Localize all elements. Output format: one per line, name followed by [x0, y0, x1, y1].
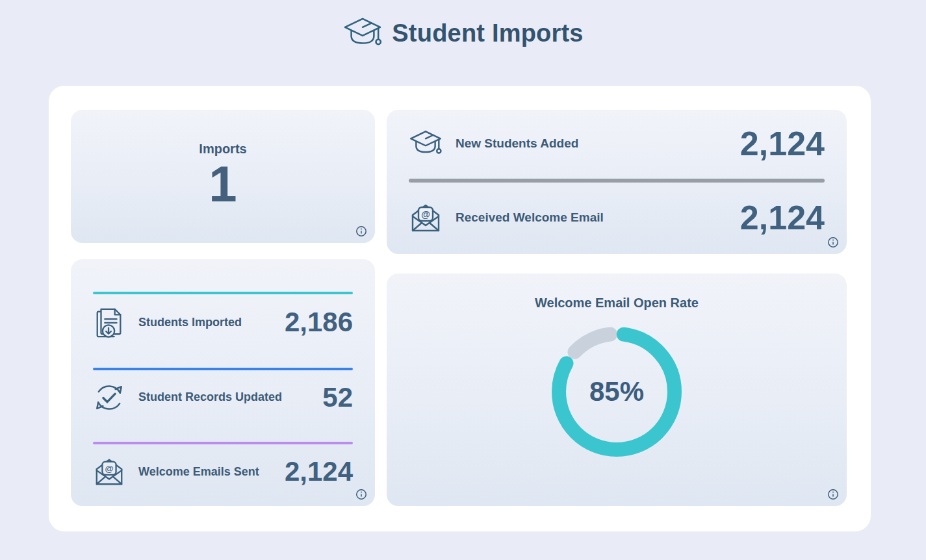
accent-line — [93, 442, 353, 444]
stat-value: 52 — [322, 384, 353, 411]
new-students-card: New Students Added 2,124 @ Received Welc… — [387, 110, 847, 254]
metric-row-new-students: New Students Added 2,124 — [409, 127, 825, 160]
envelope-at-icon: @ — [409, 201, 443, 235]
info-icon[interactable] — [355, 225, 367, 237]
page-title: Student Imports — [392, 19, 583, 47]
stat-row-students-imported: Students Imported 2,186 — [93, 292, 353, 339]
open-rate-donut-chart: 85% — [548, 324, 685, 460]
stat-value: 2,186 — [285, 309, 353, 336]
envelope-at-icon: @ — [93, 455, 125, 488]
graduation-cap-icon — [342, 14, 383, 52]
stat-row-records-updated: Student Records Updated 52 — [93, 368, 353, 414]
info-icon[interactable] — [827, 489, 839, 500]
metric-value: 2,124 — [740, 127, 825, 160]
open-rate-card: Welcome Email Open Rate 85% — [387, 274, 847, 506]
stat-label: Welcome Emails Sent — [138, 465, 259, 479]
open-rate-title: Welcome Email Open Rate — [387, 296, 847, 311]
svg-text:@: @ — [421, 209, 430, 220]
imports-value: 1 — [209, 158, 237, 211]
graduation-cap-icon — [409, 127, 443, 160]
metric-row-welcome-email: @ Received Welcome Email 2,124 — [409, 201, 825, 235]
divider — [409, 179, 825, 183]
student-imports-dashboard: { "header": { "title": "Student Imports"… — [0, 0, 926, 560]
import-stats-card: Students Imported 2,186 Student Records … — [71, 259, 375, 506]
page-header: Student Imports — [0, 14, 926, 52]
accent-line — [93, 292, 353, 294]
document-download-icon — [93, 305, 125, 339]
dashboard-panel: Imports 1 New Students Added 2, — [49, 86, 871, 531]
metric-label: Received Welcome Email — [456, 210, 604, 225]
sync-check-icon — [93, 381, 125, 414]
stat-label: Students Imported — [138, 316, 242, 329]
stat-value: 2,124 — [285, 458, 353, 485]
svg-text:@: @ — [105, 464, 113, 474]
accent-line — [93, 368, 353, 370]
imports-label: Imports — [199, 142, 246, 157]
info-icon[interactable] — [355, 489, 367, 500]
imports-card: Imports 1 — [71, 110, 375, 243]
open-rate-percent: 85% — [548, 324, 685, 460]
metric-label: New Students Added — [456, 136, 578, 151]
metric-value: 2,124 — [740, 201, 825, 235]
stat-label: Student Records Updated — [138, 390, 282, 404]
stat-row-emails-sent: @ Welcome Emails Sent 2,124 — [93, 442, 353, 488]
info-icon[interactable] — [827, 236, 839, 248]
